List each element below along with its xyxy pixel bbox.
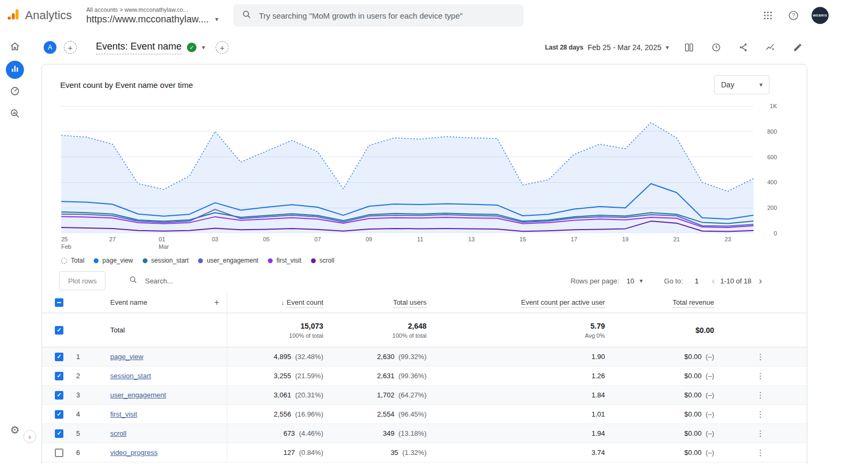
x-axis-label: 05 [263, 235, 269, 243]
total-users-cell: 2,630 (99.32%) [323, 353, 427, 361]
prev-page-button: ‹ [707, 275, 719, 287]
sort-desc-icon: ↓ [281, 298, 285, 306]
totals-total-revenue: $0.00 [605, 326, 714, 335]
event-name-link[interactable]: scroll [110, 429, 126, 437]
legend-dot-icon [94, 258, 99, 263]
analytics-logo-icon [6, 7, 20, 23]
date-range-picker[interactable]: Last 28 days Feb 25 - Mar 24, 2025 ▾ [545, 43, 669, 52]
row-index: 4 [76, 410, 97, 418]
y-axis-label: 600 [767, 154, 777, 160]
comparison-icon[interactable] [682, 40, 697, 55]
global-search[interactable] [233, 4, 523, 27]
row-checkbox[interactable] [55, 449, 63, 457]
sidebar-expand-button[interactable]: › [23, 430, 36, 443]
chart-title: Event count by Event name over time [60, 80, 193, 89]
top-app-bar: Analytics All accounts > www.mcconathyla… [0, 0, 868, 31]
column-header-per-active-user[interactable]: Event count per active user [521, 298, 605, 308]
event-name-link[interactable]: page_view [110, 353, 143, 361]
row-menu-button[interactable]: ⋮ [754, 371, 768, 381]
report-title-control[interactable]: Events: Event name ✓ ▾ [96, 41, 205, 54]
property-selector[interactable]: All accounts > www.mcconathylaw.co... ht… [86, 6, 218, 25]
row-checkbox[interactable]: ✓ [55, 391, 63, 400]
total-users-cell: 35 (1.32%) [323, 449, 427, 457]
row-menu-button[interactable]: ⋮ [754, 448, 768, 458]
row-menu-button[interactable]: ⋮ [754, 429, 768, 438]
events-table: Plot rows Rows per page: 10 ▾ Go to [42, 270, 807, 462]
granularity-select[interactable]: Day ▾ [714, 75, 769, 94]
legend-item-user_engagement: user_engagement [198, 257, 258, 264]
breadcrumb: All accounts > www.mcconathylaw.co... [86, 6, 218, 13]
share-icon[interactable] [736, 40, 751, 55]
check-icon: ✓ [56, 327, 61, 333]
select-all-checkbox[interactable] [55, 298, 63, 307]
total-users-cell: 349 (13.18%) [323, 429, 427, 437]
help-icon[interactable]: ? [786, 8, 801, 23]
rows-per-page-select[interactable]: 10 ▾ [627, 277, 643, 285]
total-revenue-cell: $0.00 (–) [605, 391, 714, 399]
chevron-down-icon: ▾ [215, 16, 218, 22]
sidebar-item-home[interactable] [6, 38, 24, 56]
x-axis-label: 19 [622, 235, 628, 243]
x-axis-label: 27 [109, 235, 116, 243]
row-index: 6 [76, 449, 97, 457]
row-checkbox[interactable]: ✓ [55, 353, 63, 361]
x-axis-label: 09 [366, 235, 372, 243]
add-filter-button[interactable]: + [216, 41, 228, 54]
y-axis-label: 400 [767, 179, 777, 185]
row-menu-button[interactable]: ⋮ [754, 352, 768, 362]
column-header-total-users[interactable]: Total users [393, 298, 427, 308]
legend-dot-icon [143, 258, 148, 263]
advertising-search-icon [9, 108, 21, 121]
legend-item-first_visit: first_visit [268, 257, 301, 264]
row-checkbox[interactable]: ✓ [55, 372, 63, 380]
event-name-link[interactable]: session_start [110, 372, 151, 380]
table-search[interactable] [129, 275, 570, 286]
table-body: ✓ 1 page_view 4,895 (32.48%) 2,630 (99.3… [42, 347, 807, 462]
account-badge[interactable]: A [44, 41, 56, 54]
insights-icon[interactable] [763, 40, 778, 55]
row-checkbox[interactable]: ✓ [55, 410, 63, 419]
row-index: 2 [76, 372, 97, 380]
svg-text:?: ? [792, 13, 795, 19]
edit-icon[interactable] [790, 40, 805, 55]
chevron-down-icon: ▾ [666, 44, 669, 51]
analytics-logo[interactable]: Analytics [6, 7, 75, 23]
rows-per-page-value: 10 [627, 277, 634, 285]
x-axis-label: 01Mar [159, 235, 169, 251]
event-name-link[interactable]: video_progress [110, 449, 158, 457]
add-comparison-button[interactable]: + [64, 41, 77, 54]
event-count-cell: 127 (0.84%) [227, 449, 323, 457]
search-input[interactable] [258, 11, 515, 21]
sidebar-item-advertising[interactable] [6, 105, 24, 124]
chevron-down-icon: ▾ [759, 82, 763, 88]
column-header-event-name[interactable]: Event name [110, 298, 147, 306]
next-page-button[interactable]: › [755, 275, 766, 287]
row-menu-button[interactable]: ⋮ [754, 390, 768, 400]
table-search-input[interactable] [144, 276, 274, 286]
per-active-user-cell: 1.94 [427, 429, 605, 437]
row-menu-button[interactable]: ⋮ [754, 410, 768, 419]
legend-dot-icon [198, 258, 203, 263]
admin-settings-button[interactable]: ⚙ [10, 424, 20, 436]
goto-page-input[interactable] [688, 276, 705, 286]
event-name-link[interactable]: user_engagement [110, 391, 166, 399]
plot-rows-button[interactable]: Plot rows [59, 271, 105, 290]
row-checkbox[interactable]: ✓ [55, 429, 63, 438]
event-name-link[interactable]: first_visit [110, 410, 137, 418]
avatar[interactable]: WEBRIS [812, 7, 829, 24]
column-header-event-count[interactable]: Event count [286, 298, 323, 308]
add-column-button[interactable]: + [214, 298, 219, 307]
per-active-user-cell: 3.74 [427, 449, 605, 457]
sidebar-item-reports[interactable] [6, 61, 24, 79]
totals-checkbox[interactable]: ✓ [55, 326, 63, 335]
per-active-user-cell: 1.26 [427, 372, 605, 380]
sidebar-item-explore[interactable] [6, 83, 24, 101]
apps-grid-icon[interactable] [760, 8, 775, 23]
report-status-badge: ✓ [187, 43, 196, 52]
per-active-user-cell: 1.90 [427, 353, 605, 361]
column-header-total-revenue[interactable]: Total revenue [673, 298, 714, 308]
property-name: https://www.mcconathylaw.... [86, 14, 209, 25]
x-axis-label: 13 [468, 235, 474, 243]
data-freshness-icon[interactable] [709, 40, 724, 55]
legend-dot-icon [61, 258, 67, 264]
